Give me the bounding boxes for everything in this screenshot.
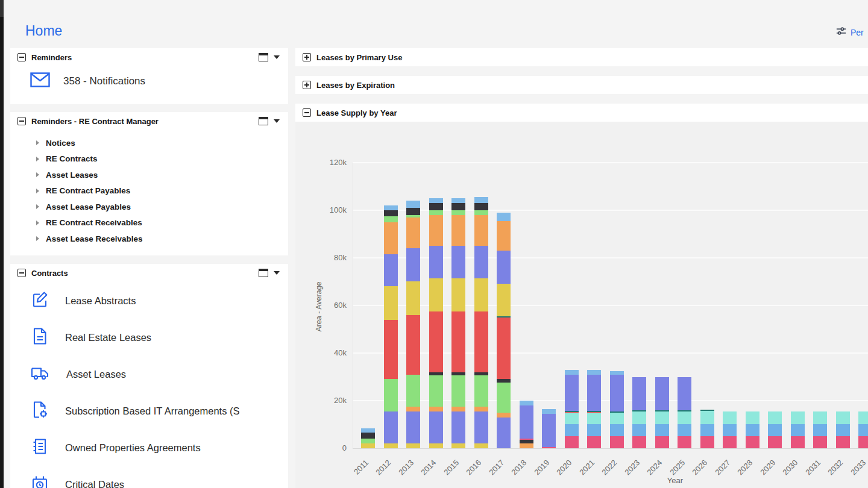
bar-segment-periwinkle — [474, 246, 488, 278]
bar-segment-medblue — [565, 424, 579, 436]
y-axis-tick-label: 60k — [304, 301, 347, 310]
chevron-down-icon[interactable] — [274, 55, 280, 59]
collapse-icon[interactable] — [17, 117, 26, 125]
stacked-bar-2014[interactable] — [429, 198, 443, 448]
personalize-button[interactable]: Per — [835, 25, 864, 39]
stacked-bar-2016[interactable] — [474, 197, 488, 448]
panel-lease-supply-by-year-header[interactable]: Lease Supply by Year — [295, 104, 868, 122]
stacked-bar-2018[interactable] — [520, 401, 533, 448]
bar-segment-green — [451, 210, 465, 215]
bar-segment-pink — [746, 436, 760, 448]
y-axis-tick-label: 100k — [304, 205, 347, 214]
reminder-category-item[interactable]: Asset Lease Payables — [10, 199, 288, 215]
contract-link-item[interactable]: Real Estate Leases — [30, 323, 151, 352]
panel-reminders-manager-header[interactable]: Reminders - RE Contract Manager — [10, 112, 288, 130]
stacked-bar-2033[interactable] — [858, 411, 868, 448]
bar-segment-medblue — [858, 424, 868, 436]
x-axis-tick-label: 2017 — [480, 458, 506, 484]
bar-segment-periwinkle — [632, 377, 646, 411]
collapsed-nav-strip[interactable] — [0, 0, 4, 488]
bar-segment-cyan — [678, 411, 691, 425]
stacked-bar-2032[interactable] — [836, 411, 850, 448]
expand-icon[interactable] — [303, 81, 311, 89]
reminder-category-item[interactable]: Asset Lease Receivables — [10, 231, 288, 247]
maximize-icon[interactable] — [259, 117, 268, 125]
caret-right-icon[interactable] — [36, 157, 39, 161]
contract-link-item[interactable]: Owned Properties Agreements — [30, 433, 201, 462]
caret-right-icon[interactable] — [36, 140, 39, 145]
caret-right-icon[interactable] — [36, 221, 39, 225]
document-icon — [30, 327, 49, 348]
contract-link-item[interactable]: Lease Abstracts — [30, 286, 136, 315]
bar-segment-medblue — [836, 424, 850, 436]
reminder-category-item[interactable]: Asset Leases — [10, 167, 288, 183]
stacked-bar-2021[interactable] — [587, 370, 601, 448]
bar-segment-cyan — [768, 411, 782, 425]
y-axis-title: Area - Average — [315, 261, 323, 352]
maximize-icon[interactable] — [259, 53, 268, 61]
stacked-bar-2031[interactable] — [813, 411, 827, 448]
reminder-category-item[interactable]: RE Contract Receivables — [10, 215, 288, 231]
bar-segment-periwinkle — [587, 375, 601, 411]
panel-leases-by-expiration-header[interactable]: Leases by Expiration — [295, 76, 868, 94]
caret-right-icon[interactable] — [36, 204, 39, 209]
stacked-bar-2030[interactable] — [791, 411, 805, 448]
stacked-bar-2029[interactable] — [768, 411, 782, 448]
reminder-category-item[interactable]: Notices — [10, 135, 288, 151]
contract-link-item[interactable]: Asset Leases — [30, 360, 126, 389]
stacked-bar-2023[interactable] — [632, 377, 646, 448]
reminder-category-item[interactable]: RE Contracts — [10, 151, 288, 167]
bar-segment-yellow — [451, 443, 465, 448]
x-axis-tick-label: 2014 — [412, 458, 438, 484]
notifications-link[interactable]: 358 - Notifications — [30, 72, 145, 90]
bar-segment-yellow — [406, 443, 420, 448]
stacked-bar-2013[interactable] — [406, 201, 420, 448]
panel-contracts-header[interactable]: Contracts — [10, 264, 288, 282]
page-title[interactable]: Home — [25, 23, 62, 39]
panel-contracts: Contracts Lease AbstractsReal Estate Lea… — [10, 264, 288, 488]
panel-title: Leases by Primary Use — [316, 53, 402, 62]
bar-segment-orange — [429, 215, 443, 246]
stacked-bar-2011[interactable] — [361, 428, 375, 448]
caret-right-icon[interactable] — [36, 172, 39, 177]
bar-segment-red — [406, 315, 420, 375]
bar-segment-medblue — [655, 424, 669, 436]
stacked-bar-2017[interactable] — [497, 213, 511, 448]
stacked-bar-2026[interactable] — [700, 410, 714, 448]
stacked-bar-2028[interactable] — [746, 411, 760, 448]
expand-icon[interactable] — [303, 53, 311, 61]
contract-link-label: Asset Leases — [66, 369, 126, 380]
stacked-bar-2019[interactable] — [542, 409, 556, 448]
stacked-bar-2020[interactable] — [565, 370, 579, 448]
chevron-down-icon[interactable] — [274, 119, 280, 123]
reminder-category-label: Notices — [46, 139, 75, 148]
caret-right-icon[interactable] — [36, 236, 39, 241]
bar-segment-lightblue — [406, 201, 420, 208]
ledger-icon — [30, 437, 49, 458]
collapse-icon[interactable] — [17, 53, 26, 61]
stacked-bar-2027[interactable] — [723, 411, 737, 448]
maximize-icon[interactable] — [259, 269, 268, 277]
x-axis-tick-label: 2012 — [366, 458, 392, 484]
stacked-bar-2012[interactable] — [384, 205, 398, 448]
contract-link-item[interactable]: Critical Dates — [30, 470, 124, 488]
caret-right-icon[interactable] — [36, 189, 39, 193]
stacked-bar-2025[interactable] — [678, 377, 691, 448]
bar-segment-cyan — [632, 411, 646, 425]
chevron-down-icon[interactable] — [274, 271, 280, 275]
contract-link-item[interactable]: Subscription Based IT Arrangements (S — [30, 396, 240, 425]
collapse-icon[interactable] — [17, 269, 26, 277]
x-axis-tick-label: 2016 — [457, 458, 483, 484]
panel-leases-by-primary-use-header[interactable]: Leases by Primary Use — [295, 48, 868, 66]
panel-title: Leases by Expiration — [316, 81, 395, 90]
stacked-bar-2024[interactable] — [655, 377, 669, 448]
bar-segment-green — [361, 439, 375, 443]
stacked-bar-2022[interactable] — [610, 371, 624, 448]
collapse-icon[interactable] — [303, 108, 311, 117]
x-axis-title: Year — [657, 476, 693, 485]
notifications-count-label: 358 - Notifications — [63, 75, 145, 87]
bar-segment-yellow — [497, 284, 511, 316]
panel-reminders-header[interactable]: Reminders — [10, 48, 288, 66]
reminder-category-item[interactable]: RE Contract Payables — [10, 183, 288, 199]
stacked-bar-2015[interactable] — [451, 198, 465, 448]
